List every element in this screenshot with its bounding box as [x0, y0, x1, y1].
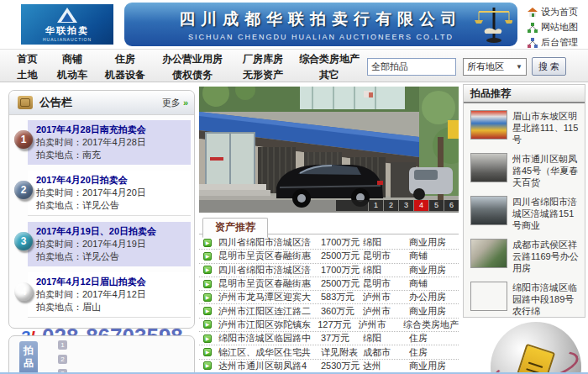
place-label: 拍卖地点： [36, 200, 82, 210]
nav-item[interactable]: 债权债务 [152, 68, 233, 82]
nav-item[interactable]: 办公营业用房 [152, 52, 233, 66]
admin-label: 后台管理 [541, 36, 578, 49]
asset-row[interactable]: ▶ 泸州市江阳区弥陀镇东 127万元 泸州市 综合类房地产 [199, 319, 459, 332]
recommendation-item[interactable]: 眉山市东坡区明星北路111、115号 [470, 110, 580, 145]
double-arrow-icon: » [183, 97, 187, 108]
recommendation-text: 成都市武侯区祥云路1169号办公用房 [512, 239, 580, 274]
set-homepage-link[interactable]: 设为首页 [528, 6, 578, 18]
asset-city: 绵阳 [363, 264, 409, 277]
asset-row[interactable]: ▶ 达州市通川区朝凤路4 2530万元 达州 商业用房 [199, 360, 459, 373]
recommendation-item[interactable]: 四川省绵阳市涪城区涪城路151号商业 [470, 196, 580, 231]
nav-item[interactable]: 无形资产 [233, 68, 293, 82]
asset-price: 360万元 [321, 305, 363, 318]
page-number-button[interactable]: 5 [429, 200, 444, 211]
nav-item[interactable]: 综合类房地产 [293, 52, 365, 66]
asset-name: 四川省绵阳市涪城区涪 [218, 264, 321, 277]
region-select[interactable]: 所有地区 ▼ [463, 58, 527, 76]
asset-category: 商业用房 [409, 236, 459, 249]
green-arrow-icon: ▶ [203, 280, 212, 288]
company-title: 四川成都华联拍卖行有限公司 [179, 8, 463, 30]
logo-triangle-icon [57, 8, 77, 23]
page-number-button[interactable]: 3 [399, 200, 413, 211]
asset-category: 商业用房 [409, 305, 459, 318]
announcement-item[interactable]: 3 2017年4月19日、20日拍卖会 拍卖时间：2017年4月19日 拍卖地点… [28, 222, 191, 266]
asset-price: 583万元 [321, 291, 363, 303]
asset-category: 商业用房 [409, 264, 459, 277]
asset-name: 锦江区、成华区住宅共 [218, 346, 321, 359]
nav-item[interactable]: 首页 [8, 52, 46, 66]
asset-name: 昆明市呈贡区春融街惠 [218, 277, 321, 290]
asset-price: 127万元 [318, 319, 358, 331]
region-selected-value: 所有地区 [467, 61, 504, 73]
announcement-item[interactable]: 2 2017年4月20日拍卖会 拍卖时间：2017年4月20日 拍卖地点：详见公… [28, 171, 191, 216]
nav-item[interactable]: 其它 [293, 68, 365, 82]
main-navbar: 首页商铺住房办公营业用房厂房库房综合类房地产 土地机动车机器设备债权债务无形资产… [0, 49, 588, 82]
asset-row[interactable]: ▶ 四川省绵阳市涪城区涪 1700万元 绵阳 商业用房 [199, 236, 459, 250]
asset-city: 泸州市 [363, 291, 409, 303]
time-label: 拍卖时间： [36, 289, 82, 299]
email-contact-icon[interactable] [491, 322, 581, 374]
asset-city: 绵阳 [363, 332, 409, 345]
recommendation-item[interactable]: 州市通川区朝凤路45号（华夏春天百货 [470, 153, 580, 188]
asset-row[interactable]: ▶ 四川省绵阳市涪城区涪 1700万元 绵阳 商业用房 [199, 264, 459, 277]
company-logo[interactable]: 华联拍卖 HUALIANAUCTION [21, 4, 113, 45]
announcement-header: 公告栏 更多 » [9, 91, 194, 115]
recommendation-item[interactable]: 成都市武侯区祥云路1169号办公用房 [470, 239, 580, 274]
announcement-more-link[interactable]: 更多 » [162, 97, 187, 109]
time-value: 2017年4月12日 [82, 289, 146, 299]
asset-name: 达州市通川区朝凤路4 [218, 360, 321, 372]
asset-name: 泸州市江阳区连江路二 [218, 305, 321, 318]
page: 华联拍卖 HUALIANAUCTION 四川成都华联拍卖行有限公司 SICHUA… [0, 0, 588, 374]
asset-row[interactable]: ▶ 昆明市呈贡区春融街惠 2500万元 昆明市 商铺 [199, 277, 459, 291]
asset-row[interactable]: ▶ 绵阳市涪城区临园路中 37万元 绵阳 住房 [199, 332, 459, 345]
nav-item[interactable]: 住房 [98, 52, 152, 66]
asset-row[interactable]: ▶ 昆明市呈贡区春融街惠 2500万元 昆明市 商铺 [199, 250, 459, 263]
asset-category: 办公用房 [409, 291, 459, 303]
page-number-button[interactable]: 2 [384, 200, 398, 211]
asset-name: 泸州市龙马潭区迎宾大 [218, 291, 321, 303]
nav-item[interactable]: 商铺 [46, 52, 98, 66]
recommendations-title: 拍品推荐 [464, 85, 585, 103]
nav-item[interactable]: 机器设备 [98, 68, 152, 82]
green-arrow-icon: ▶ [203, 239, 212, 247]
search-button[interactable]: 搜 索 [532, 57, 566, 76]
asset-name: 泸州市江阳区弥陀镇东 [218, 319, 318, 331]
lots-badge-list: 123 [58, 340, 67, 374]
more-label: 更多 [162, 97, 181, 108]
lot-number-badge[interactable]: 1 [58, 340, 67, 350]
asset-price: 1700万元 [321, 264, 363, 277]
admin-link[interactable]: 后台管理 [528, 36, 578, 49]
announcement-number-badge: 3 [14, 232, 33, 250]
assets-tab-bar: 资产推荐 [199, 217, 459, 234]
nav-item[interactable]: 土地 [8, 68, 46, 82]
green-arrow-icon: ▶ [203, 320, 212, 329]
announcement-item[interactable]: 4 2017年4月12日眉山拍卖会 拍卖时间：2017年4月12日 拍卖地点：眉… [28, 272, 191, 318]
green-arrow-icon: ▶ [203, 307, 212, 315]
place-label: 拍卖地点： [36, 302, 82, 312]
asset-city: 泸州市 [363, 305, 409, 318]
nav-item[interactable]: 机动车 [46, 68, 98, 82]
search-input[interactable] [367, 58, 456, 76]
lot-number-badge[interactable]: 2 [58, 355, 67, 364]
announcement-time-line: 拍卖时间：2017年4月28日 [36, 136, 186, 149]
recommendation-item[interactable]: 绵阳市涪城区临园路中段189号农行绵 [470, 282, 580, 317]
page-number-button[interactable]: 1 [369, 200, 383, 211]
asset-price: 2500万元 [321, 250, 363, 262]
asset-city: 泸州市 [359, 319, 403, 331]
asset-city: 达州 [363, 360, 409, 372]
asset-row[interactable]: ▶ 泸州市江阳区连江路二 360万元 泸州市 商业用房 [199, 304, 459, 318]
page-number-button[interactable]: 6 [444, 200, 459, 211]
green-arrow-icon: ▶ [203, 266, 212, 274]
asset-row[interactable]: ▶ 泸州市龙马潭区迎宾大 583万元 泸州市 办公用房 [199, 291, 459, 304]
main-photo-slideshow[interactable]: 123456 [199, 87, 459, 213]
assets-tab[interactable]: 资产推荐 [202, 218, 268, 238]
sitemap-link[interactable]: 网站地图 [528, 21, 578, 34]
page-number-button[interactable]: 4 [414, 200, 428, 211]
nav-item[interactable]: 厂房库房 [233, 52, 293, 66]
announcement-number-badge: 4 [14, 282, 33, 301]
green-arrow-icon: ▶ [203, 334, 212, 343]
recommendations-list: 眉山市东坡区明星北路111、115号 州市通川区朝凤路45号（华夏春天百货 四川… [464, 103, 585, 317]
asset-row[interactable]: ▶ 锦江区、成华区住宅共 详见附表 成都市 住房 [199, 345, 459, 359]
announcement-item[interactable]: 1 2017年4月28日南充拍卖会 拍卖时间：2017年4月28日 拍卖地点：南… [28, 120, 191, 165]
asset-city: 昆明市 [363, 250, 409, 262]
